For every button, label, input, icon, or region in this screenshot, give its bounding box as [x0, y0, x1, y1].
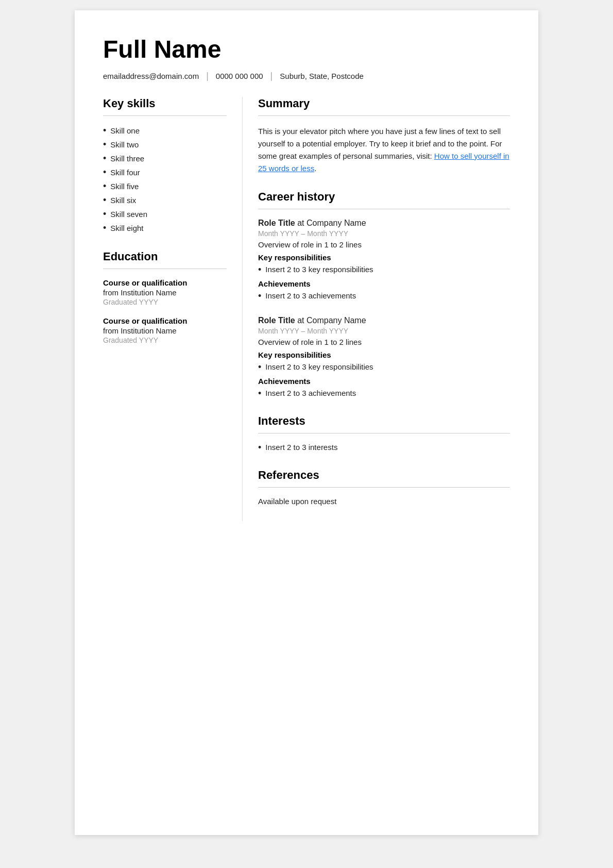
achievements-heading: Achievements [258, 279, 510, 288]
summary-text: This is your elevator pitch where you ha… [258, 125, 510, 175]
edu-course: Course or qualification [103, 278, 227, 287]
skills-section: Key skills Skill oneSkill twoSkill three… [103, 97, 227, 233]
summary-divider [258, 115, 510, 116]
summary-title: Summary [258, 97, 510, 110]
career-entry: Role Title at Company NameMonth YYYY – M… [258, 316, 510, 399]
header: Full Name emailaddress@domain.com | 0000… [103, 36, 510, 81]
responsibilities-heading: Key responsibilities [258, 350, 510, 359]
achievement-item: Insert 2 to 3 achievements [258, 291, 510, 302]
skills-title: Key skills [103, 97, 227, 110]
edu-graduated: Graduated YYYY [103, 336, 227, 344]
skill-item: Skill five [103, 181, 227, 192]
main-layout: Key skills Skill oneSkill twoSkill three… [103, 97, 510, 521]
references-title: References [258, 469, 510, 482]
responsibilities-list: Insert 2 to 3 key responsibilities [258, 265, 510, 275]
education-entry: Course or qualification from Institution… [103, 278, 227, 306]
skills-list: Skill oneSkill twoSkill threeSkill fourS… [103, 125, 227, 233]
career-divider [258, 209, 510, 209]
role-overview: Overview of role in 1 to 2 lines [258, 240, 510, 249]
references-text: Available upon request [258, 497, 510, 506]
career-entries: Role Title at Company NameMonth YYYY – M… [258, 219, 510, 399]
role-dates: Month YYYY – Month YYYY [258, 229, 510, 238]
role-title: Role Title [258, 219, 295, 227]
education-section: Education Course or qualification from I… [103, 250, 227, 344]
responsibility-item: Insert 2 to 3 key responsibilities [258, 265, 510, 275]
achievement-item: Insert 2 to 3 achievements [258, 389, 510, 399]
responsibilities-heading: Key responsibilities [258, 253, 510, 262]
interests-divider [258, 433, 510, 433]
edu-institution: from Institution Name [103, 288, 227, 297]
skill-item: Skill three [103, 153, 227, 164]
education-divider [103, 269, 227, 269]
career-section: Career history Role Title at Company Nam… [258, 190, 510, 399]
resume-page: Full Name emailaddress@domain.com | 0000… [75, 10, 538, 835]
skill-item: Skill eight [103, 223, 227, 233]
right-column: Summary This is your elevator pitch wher… [242, 97, 510, 521]
skill-item: Skill four [103, 167, 227, 178]
responsibility-item: Insert 2 to 3 key responsibilities [258, 362, 510, 373]
edu-institution: from Institution Name [103, 326, 227, 335]
summary-section: Summary This is your elevator pitch wher… [258, 97, 510, 175]
career-entry: Role Title at Company NameMonth YYYY – M… [258, 219, 510, 302]
interests-section: Interests Insert 2 to 3 interests [258, 414, 510, 453]
left-column: Key skills Skill oneSkill twoSkill three… [103, 97, 242, 521]
role-title: Role Title [258, 316, 295, 325]
career-title: Career history [258, 190, 510, 204]
skill-item: Skill seven [103, 209, 227, 220]
edu-course: Course or qualification [103, 316, 227, 325]
skill-item: Skill six [103, 195, 227, 206]
location: Suburb, State, Postcode [280, 72, 364, 80]
full-name: Full Name [103, 36, 510, 63]
skill-item: Skill two [103, 139, 227, 150]
skills-divider [103, 115, 227, 116]
edu-graduated: Graduated YYYY [103, 298, 227, 306]
education-title: Education [103, 250, 227, 263]
interest-item: Insert 2 to 3 interests [258, 443, 510, 453]
phone: 0000 000 000 [216, 72, 263, 80]
role-overview: Overview of role in 1 to 2 lines [258, 338, 510, 346]
role-line: Role Title at Company Name [258, 219, 510, 228]
education-entries: Course or qualification from Institution… [103, 278, 227, 344]
sep-1: | [206, 71, 209, 81]
references-section: References Available upon request [258, 469, 510, 506]
interests-list: Insert 2 to 3 interests [258, 443, 510, 453]
contact-bar: emailaddress@domain.com | 0000 000 000 |… [103, 71, 510, 81]
summary-end: . [314, 164, 316, 173]
references-divider [258, 487, 510, 488]
responsibilities-list: Insert 2 to 3 key responsibilities [258, 362, 510, 373]
role-dates: Month YYYY – Month YYYY [258, 327, 510, 335]
email: emailaddress@domain.com [103, 72, 199, 80]
achievements-list: Insert 2 to 3 achievements [258, 291, 510, 302]
achievements-list: Insert 2 to 3 achievements [258, 389, 510, 399]
role-line: Role Title at Company Name [258, 316, 510, 325]
skill-item: Skill one [103, 125, 227, 136]
education-entry: Course or qualification from Institution… [103, 316, 227, 344]
interests-title: Interests [258, 414, 510, 428]
achievements-heading: Achievements [258, 377, 510, 386]
sep-2: | [270, 71, 273, 81]
